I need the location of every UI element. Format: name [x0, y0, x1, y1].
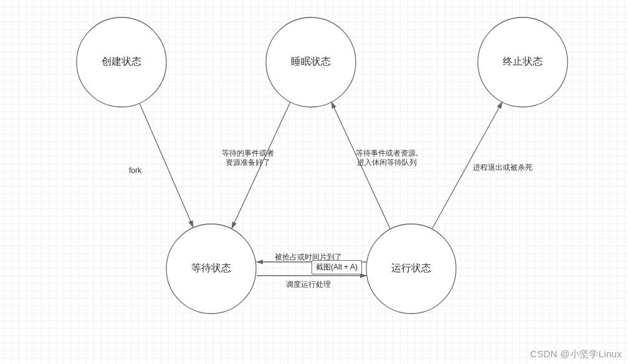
edge-sleep-to-wait: 等待的事件或者 资源准备好了	[222, 102, 290, 228]
state-diagram: 创建状态 睡眠状态 终止状态 等待状态 运行状态 fork 等待的事件或者 资源…	[0, 0, 628, 364]
screenshot-tooltip: 截图(Alt + A)	[312, 260, 362, 274]
edge-run-to-sleep: 等待事件或者资源, 进入休闲等待队列	[331, 102, 418, 228]
edge-sleep-to-wait-l2: 资源准备好了	[226, 158, 270, 167]
diagram-svg: 创建状态 睡眠状态 终止状态 等待状态 运行状态 fork 等待的事件或者 资源…	[0, 0, 628, 364]
edge-run-to-terminate: 进程退出或被杀死	[432, 102, 533, 228]
node-wait-label: 等待状态	[191, 263, 231, 273]
node-create: 创建状态	[77, 17, 166, 107]
edge-wait-to-run: 调度运行处理	[257, 276, 366, 289]
edge-run-to-terminate-label: 进程退出或被杀死	[473, 163, 533, 172]
node-sleep: 睡眠状态	[266, 17, 356, 107]
edge-wait-to-run-label: 调度运行处理	[286, 280, 331, 289]
svg-line-5	[140, 103, 193, 227]
edge-run-to-sleep-l1: 等待事件或者资源,	[356, 149, 417, 157]
edge-run-to-sleep-l2: 进入休闲等待队列	[357, 158, 417, 167]
node-terminate-label: 终止状态	[503, 56, 543, 67]
edge-sleep-to-wait-l1: 等待的事件或者	[222, 149, 274, 157]
node-create-label: 创建状态	[102, 56, 141, 67]
node-run-label: 运行状态	[391, 263, 431, 273]
edge-fork: fork	[129, 103, 193, 227]
node-sleep-label: 睡眠状态	[291, 56, 331, 67]
watermark: CSDN @小坚学Linux	[530, 348, 622, 360]
edge-fork-label: fork	[129, 166, 142, 175]
node-wait: 等待状态	[166, 224, 256, 314]
node-terminate: 终止状态	[478, 17, 568, 107]
node-run: 运行状态	[366, 224, 456, 314]
